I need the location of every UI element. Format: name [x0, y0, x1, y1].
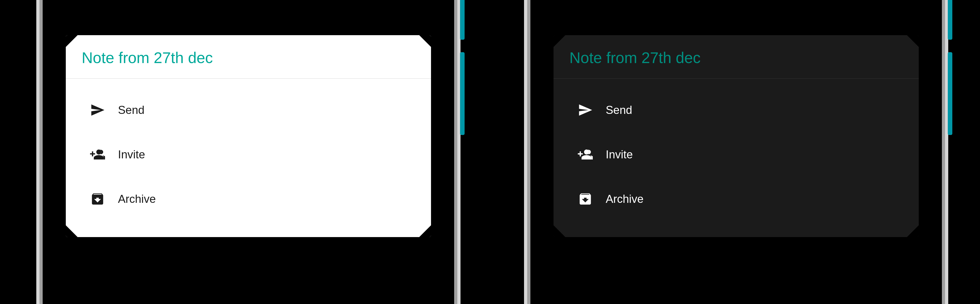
volume-button[interactable] [460, 52, 465, 135]
power-button[interactable] [460, 0, 465, 40]
menu-item-archive[interactable]: Archive [554, 177, 919, 221]
card-title: Note from 27th dec [554, 35, 919, 79]
menu-item-label: Send [606, 103, 632, 116]
phone-frame-light: Note from 27th dec Send Invite Archive [36, 0, 460, 304]
send-icon [565, 103, 606, 118]
menu-list: Send Invite Archive [554, 79, 919, 237]
volume-button[interactable] [948, 52, 952, 135]
menu-item-archive[interactable]: Archive [66, 177, 431, 221]
archive-icon [565, 191, 606, 207]
menu-item-label: Archive [118, 193, 156, 205]
action-card: Note from 27th dec Send Invite Archive [554, 35, 919, 237]
menu-item-label: Archive [606, 193, 644, 205]
action-card: Note from 27th dec Send Invite Archive [66, 35, 431, 237]
power-button[interactable] [948, 0, 952, 40]
phone-frame-dark: Note from 27th dec Send Invite Archive [524, 0, 948, 304]
group-add-icon [565, 147, 606, 162]
menu-item-label: Invite [606, 148, 633, 161]
menu-item-send[interactable]: Send [554, 88, 919, 132]
menu-item-invite[interactable]: Invite [66, 132, 431, 177]
menu-item-invite[interactable]: Invite [554, 132, 919, 177]
menu-item-send[interactable]: Send [66, 88, 431, 132]
menu-list: Send Invite Archive [66, 79, 431, 237]
card-title: Note from 27th dec [66, 35, 431, 79]
group-add-icon [77, 147, 118, 162]
menu-item-label: Send [118, 103, 145, 116]
archive-icon [77, 191, 118, 207]
menu-item-label: Invite [118, 148, 145, 161]
send-icon [77, 103, 118, 118]
